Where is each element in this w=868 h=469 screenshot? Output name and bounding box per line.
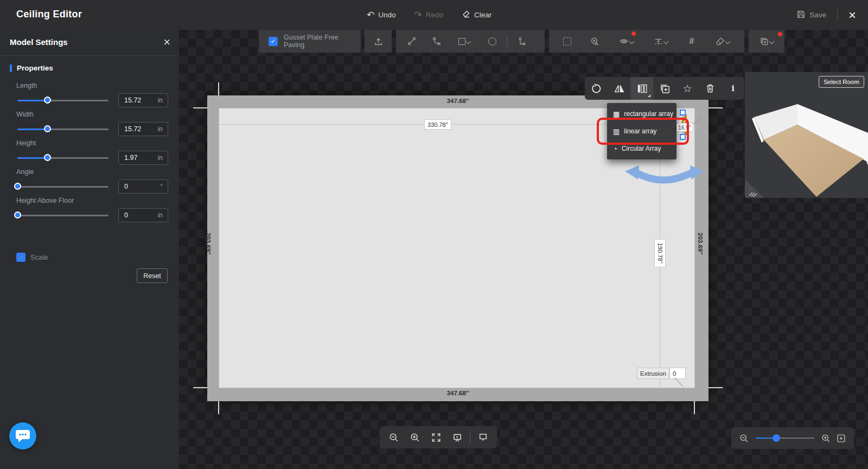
mirror-button[interactable] — [608, 77, 630, 100]
room-preview-panel[interactable]: Select Room — [745, 72, 868, 198]
gusset-toolbar-group: ✓ Gusset Plate Free Paving — [259, 30, 361, 53]
circle-tool-icon[interactable] — [480, 37, 505, 46]
width-slider[interactable] — [17, 125, 108, 133]
upload-toolbar-group — [365, 30, 392, 53]
brush-icon — [716, 37, 725, 46]
rectangular-array-icon: ▦ — [613, 110, 620, 118]
line-tool-icon[interactable] — [399, 37, 424, 46]
chevron-down-icon — [725, 38, 731, 44]
height-input[interactable] — [119, 154, 149, 162]
menu-item-label: linear array — [624, 127, 656, 135]
chevron-down-icon — [769, 38, 775, 44]
angle-label: Angle — [16, 168, 34, 176]
grid-icon[interactable]: # — [679, 36, 704, 46]
close-panel-button[interactable]: × — [163, 35, 170, 49]
scale-checkbox[interactable]: ✓ — [16, 253, 25, 262]
duplicate-button[interactable] — [653, 77, 676, 100]
gusset-checkbox[interactable]: ✓ — [269, 37, 278, 46]
undo-icon: ↶ — [367, 10, 374, 20]
extrusion-field[interactable] — [669, 368, 686, 379]
zoom-slider-bar — [731, 427, 854, 449]
zoom-out-icon[interactable] — [383, 433, 404, 442]
menu-item-linear-array[interactable]: ▥ linear array — [607, 123, 676, 140]
height-slider[interactable] — [17, 154, 108, 162]
corner-tick — [709, 107, 723, 108]
resize-handle[interactable] — [745, 179, 764, 198]
length-slider[interactable] — [17, 97, 108, 104]
redo-icon: ↷ — [414, 10, 422, 20]
visibility-button[interactable] — [610, 37, 642, 46]
view-controls-bar — [380, 426, 497, 448]
angle-unit: ° — [160, 183, 163, 190]
node-tool-icon[interactable] — [509, 37, 534, 46]
upload-icon[interactable] — [366, 37, 391, 46]
select-room-button[interactable]: Select Room — [819, 76, 864, 88]
page-title: Ceiling Editor — [16, 9, 82, 20]
menu-item-circular-array[interactable]: ◔ Circular Array — [607, 140, 676, 157]
delete-button[interactable] — [699, 77, 722, 100]
corner-tick — [193, 107, 207, 108]
curve-tool-icon[interactable] — [424, 37, 449, 46]
extrusion-input[interactable] — [670, 369, 685, 379]
panel-header: Model Settings × — [0, 30, 179, 56]
object-toolbar: ☆ i — [585, 77, 744, 100]
marquee-select-icon[interactable] — [555, 37, 580, 46]
menu-item-rectangular-array[interactable]: ▦ rectangular array — [607, 105, 676, 123]
length-unit: in — [158, 97, 163, 104]
editor-canvas[interactable]: ✓ Gusset Plate Free Paving — [179, 30, 868, 469]
presentation-icon[interactable] — [446, 433, 468, 442]
notification-dot — [778, 32, 782, 36]
info-button[interactable]: i — [722, 77, 744, 100]
chat-support-button[interactable] — [9, 422, 36, 449]
chevron-down-icon — [629, 38, 634, 44]
zoom-reset-icon[interactable] — [834, 434, 848, 443]
gusset-label: Gusset Plate Free Paving — [284, 34, 361, 49]
right-dimension-label: 203.69'' — [697, 233, 704, 268]
selection-handle-top[interactable] — [680, 110, 686, 115]
distribute-icon — [654, 37, 663, 46]
save-button[interactable]: Save — [796, 10, 826, 21]
corner-tick — [218, 82, 219, 95]
close-app-button[interactable]: × — [848, 9, 856, 22]
scale-label: Scale — [30, 253, 48, 261]
clear-label: Clear — [474, 11, 492, 19]
rotate-button[interactable] — [585, 77, 608, 100]
reset-button[interactable]: Reset — [137, 268, 168, 283]
rectangle-tool-button[interactable] — [449, 38, 480, 45]
selection-dimension-label: 16.9'' — [676, 123, 693, 132]
toolbar-separator — [507, 36, 507, 47]
fit-view-icon[interactable] — [425, 433, 446, 442]
zoom-slider-thumb[interactable] — [773, 434, 780, 442]
measure-tape-icon[interactable] — [583, 37, 608, 46]
height-above-floor-unit: in — [158, 211, 163, 219]
favorite-button[interactable]: ☆ — [676, 77, 699, 100]
rotate-gizmo-arrow[interactable] — [624, 164, 705, 194]
redo-button[interactable]: ↷ Redo — [414, 10, 444, 20]
copy-button[interactable] — [751, 37, 782, 46]
width-input[interactable] — [119, 125, 149, 133]
selection-handle-bottom[interactable] — [680, 134, 686, 140]
eraser-icon — [462, 10, 470, 20]
angle-input[interactable] — [119, 183, 149, 190]
style-brush-button[interactable] — [707, 37, 738, 46]
zoom-out-icon[interactable] — [737, 434, 751, 443]
height-label: Height — [16, 139, 36, 147]
zoom-in-icon[interactable] — [404, 433, 425, 442]
angle-slider[interactable] — [17, 183, 108, 190]
circular-array-icon: ◔ — [613, 145, 617, 153]
length-input[interactable] — [119, 97, 149, 104]
clear-button[interactable]: Clear — [462, 10, 492, 20]
distribute-button[interactable] — [645, 37, 676, 46]
height-above-floor-input[interactable] — [119, 211, 149, 219]
zoom-in-icon[interactable] — [819, 434, 833, 443]
array-button[interactable] — [630, 77, 653, 100]
height-above-floor-slider[interactable] — [17, 211, 108, 219]
chevron-down-icon — [663, 38, 668, 44]
comment-icon[interactable] — [473, 433, 494, 442]
undo-label: Undo — [378, 11, 395, 19]
zoom-slider[interactable] — [756, 434, 814, 442]
width-field: in — [118, 122, 168, 136]
properties-section-title: Properties — [10, 64, 53, 72]
linear-array-icon: ▥ — [613, 127, 620, 136]
undo-button[interactable]: ↶ Undo — [367, 10, 396, 20]
